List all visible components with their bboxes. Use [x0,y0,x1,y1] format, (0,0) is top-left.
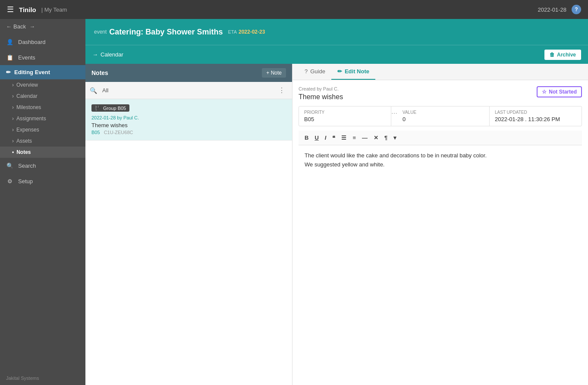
separator-button[interactable]: — [359,133,370,142]
archive-button[interactable]: 🗑 Archive [544,50,581,60]
sidebar-item-label: Search [18,163,36,169]
guide-icon: ? [305,68,308,75]
sidebar-sub-assets[interactable]: › Assets [0,135,85,147]
sidebar-sub-milestones[interactable]: › Milestones [0,102,85,113]
sidebar-editing-event[interactable]: ✏ Editing Event [0,65,85,79]
topbar-date: 2022-01-28 [538,6,567,13]
logo: Tinilo [19,6,36,13]
bold-button[interactable]: B [302,133,311,142]
italic-button[interactable]: I [322,133,329,142]
filter-all-label: All [102,87,108,94]
sidebar-sub-calendar[interactable]: › Calendar [0,91,85,102]
split-panel: Notes + Note 🔍 All ⋮ 🏴 Group B05 [85,64,588,385]
event-title: Catering: Baby Shower Smiths [109,28,223,37]
ordered-list-button[interactable]: ≡ [350,133,358,142]
edit-icon: ✏ [337,68,342,75]
notes-panel-title: Notes [91,69,108,76]
bullet-icon: › [12,104,14,110]
bullet-icon: • [12,149,14,155]
tab-guide[interactable]: ? Guide [299,64,331,80]
notes-panel: Notes + Note 🔍 All ⋮ 🏴 Group B05 [85,64,292,385]
bullet-icon: › [12,82,14,88]
sidebar-sub-expenses[interactable]: › Expenses [0,124,85,135]
gear-icon: ⚙ [6,177,14,185]
filter-more-icon[interactable]: ⋮ [276,85,288,95]
notes-list: 🏴 Group B05 2022-01-28 by Paul C. Theme … [85,99,292,385]
note-item[interactable]: 🏴 Group B05 2022-01-28 by Paul C. Theme … [85,99,292,141]
content-line-1: The client would like the cake and decor… [305,151,576,160]
calendar-link[interactable]: → Calendar [92,51,123,58]
sidebar-item-search[interactable]: 🔍 Search [0,158,85,173]
value-cell: Value 0 [397,106,490,126]
sidebar-item-setup[interactable]: ⚙ Setup [0,173,85,189]
bullet-icon: › [12,127,14,133]
note-detail: ? Guide ✏ Edit Note Created by Paul C. [292,64,588,385]
forward-button[interactable]: → [29,23,35,30]
last-updated-label: Last Updated [495,110,576,115]
more-toolbar-button[interactable]: ▾ [391,133,399,142]
sidebar-sub-overview[interactable]: › Overview [0,79,85,91]
notes-panel-header: Notes + Note [85,64,292,82]
editor-toolbar: B U I ❝ ☰ ≡ — ✕ ¶ ▾ [299,131,582,145]
bullet-list-button[interactable]: ☰ [339,133,349,142]
bullet-icon: › [12,138,14,144]
priority-more-icon[interactable]: ⋯ [391,106,397,126]
sidebar-item-dashboard[interactable]: 👤 Dashboard [0,34,85,50]
help-button[interactable]: ? [572,5,581,14]
arrow-right-icon: → [92,51,98,58]
note-detail-header: Created by Paul C. Theme wishes ☆ Not St… [299,86,582,101]
sub-header: → Calendar 🗑 Archive [85,45,588,64]
last-updated-value: 2022-01-28 . 11:30:26 PM [495,116,576,122]
archive-icon: 🗑 [550,52,555,58]
quote-button[interactable]: ❝ [330,133,338,142]
note-id-code: C1U-ZEU68C [104,130,133,135]
note-meta-date: 2022-01-28 by Paul C. [91,115,286,120]
back-button[interactable]: ← Back [6,23,26,30]
topbar: ☰ Tinilo | My Team 2022-01-28 ? [0,0,588,19]
priority-label: Priority [304,110,386,115]
main-layout: ← Back → 👤 Dashboard 📋 Events ✏ Editing … [0,19,588,385]
event-header: event Catering: Baby Shower Smiths ETA 2… [85,19,588,45]
note-id: B05 C1U-ZEU68C [91,130,286,135]
clear-format-button[interactable]: ✕ [371,133,381,142]
note-meta-grid: Priority B05 ⋯ Value 0 Last Updated 2022… [299,106,582,126]
content-area: event Catering: Baby Shower Smiths ETA 2… [85,19,588,385]
sidebar-sub-assignments[interactable]: › Assignments [0,113,85,124]
filter-search-icon: 🔍 [90,87,97,94]
notes-filter-bar: 🔍 All ⋮ [85,82,292,99]
last-updated-cell: Last Updated 2022-01-28 . 11:30:26 PM [490,106,582,126]
note-title: Theme wishes [91,122,286,128]
sidebar-item-label: Dashboard [18,39,46,45]
sidebar-sub-notes[interactable]: • Notes [0,147,85,158]
note-detail-title: Theme wishes [299,93,343,101]
team-label: | My Team [41,6,67,13]
priority-value: B05 [304,116,386,122]
eta-date: 2022-02-23 [239,29,265,35]
hamburger-menu-icon[interactable]: ☰ [7,5,14,14]
editor-content[interactable]: The client would like the cake and decor… [299,145,582,232]
status-badge[interactable]: ☆ Not Started [537,86,582,97]
sidebar-item-label: Events [18,54,35,61]
dashboard-icon: 👤 [6,38,14,46]
search-icon: 🔍 [6,162,14,169]
content-line-2: We suggested yellow and white. [305,160,576,169]
paragraph-button[interactable]: ¶ [382,133,390,142]
event-label: event [94,29,107,35]
add-note-button[interactable]: + Note [262,68,286,78]
bullet-icon: › [12,93,14,99]
note-detail-tabs: ? Guide ✏ Edit Note [292,64,588,80]
sidebar-footer: Jakital Systems [0,371,85,385]
value-label: Value [402,110,484,115]
sidebar-item-events[interactable]: 📋 Events [0,50,85,65]
note-detail-content: Created by Paul C. Theme wishes ☆ Not St… [292,80,588,385]
editing-event-label: Editing Event [14,69,50,75]
tab-edit-note[interactable]: ✏ Edit Note [331,64,375,80]
sidebar-items: 👤 Dashboard 📋 Events ✏ Editing Event › O… [0,34,85,371]
calendar-label: Calendar [101,51,123,58]
bullet-icon: › [12,116,14,122]
priority-cell: Priority B05 [299,106,391,126]
underline-button[interactable]: U [312,133,321,142]
created-by-label: Created by Paul C. [299,86,343,91]
value-value: 0 [402,116,484,122]
group-icon: 🏴 [95,105,101,111]
